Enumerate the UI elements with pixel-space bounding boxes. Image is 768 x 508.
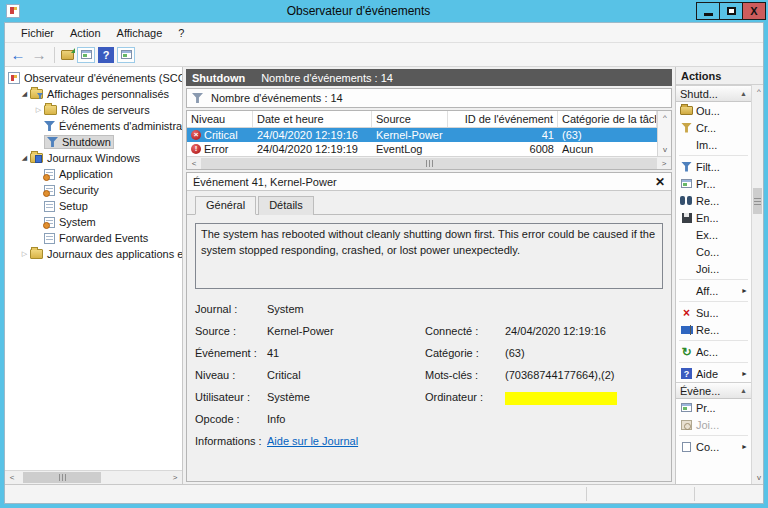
- action-view-submenu[interactable]: Aff... ►: [676, 282, 751, 299]
- open-saved-log-button[interactable]: [61, 50, 74, 60]
- scroll-down-icon[interactable]: v: [658, 143, 672, 156]
- collapse-icon[interactable]: ▲: [740, 387, 747, 394]
- tree-item-application[interactable]: Application: [5, 166, 182, 182]
- custom-views-folder-icon: [30, 89, 43, 99]
- table-header-row: Niveau Date et heure Source ID de l'évén…: [187, 111, 657, 128]
- action-create-custom-view[interactable]: Cr...: [676, 119, 751, 136]
- keywords-value: (70368744177664),(2): [505, 369, 663, 381]
- minimize-button[interactable]: [696, 2, 720, 20]
- event-message[interactable]: The system has rebooted without cleanly …: [195, 223, 663, 289]
- window-title: Observateur d'événements: [20, 4, 697, 18]
- menu-action[interactable]: Action: [62, 25, 109, 41]
- column-header-category[interactable]: Catégorie de la tâche: [558, 111, 657, 127]
- action-import-custom-view[interactable]: Im...: [676, 136, 751, 153]
- scroll-left-icon[interactable]: <: [5, 471, 19, 484]
- console-tree-panel: Observateur d'événements (SCC ◢ Affichag…: [5, 67, 183, 484]
- action-event-properties[interactable]: Pr...: [676, 399, 751, 416]
- column-header-event-id[interactable]: ID de l'événement: [448, 111, 558, 127]
- column-header-date[interactable]: Date et heure: [253, 111, 372, 127]
- tree-item-setup[interactable]: Setup: [5, 198, 182, 214]
- scroll-down-icon[interactable]: v: [752, 471, 763, 484]
- help-button[interactable]: ?: [98, 47, 114, 63]
- properties-icon: [681, 403, 692, 412]
- tree-item-custom-views[interactable]: ◢ Affichages personnalisés: [5, 86, 182, 102]
- grip-icon: [754, 198, 761, 205]
- forward-button[interactable]: →: [30, 46, 48, 63]
- action-refresh[interactable]: ↻ Ac...: [676, 343, 751, 360]
- log-help-link[interactable]: Aide sur le Journal: [267, 435, 358, 447]
- tab-general[interactable]: Général: [195, 196, 256, 215]
- console-tree-icon: [81, 50, 92, 59]
- expander-icon[interactable]: ▷: [33, 106, 44, 114]
- expander-icon[interactable]: ◢: [19, 90, 30, 98]
- tree-item-forwarded-events[interactable]: Forwarded Events: [5, 230, 182, 246]
- tree-item-admin-events[interactable]: Événements d'administrat: [5, 118, 182, 134]
- action-event-copy-submenu[interactable]: Co... ►: [676, 438, 751, 455]
- actions-section-event[interactable]: Évène... ▲: [676, 382, 751, 399]
- action-copy[interactable]: Co...: [676, 243, 751, 260]
- action-properties[interactable]: Pr...: [676, 175, 751, 192]
- action-open-saved-log[interactable]: Ou...: [676, 102, 751, 119]
- tree-root-event-viewer[interactable]: Observateur d'événements (SCC: [5, 70, 182, 86]
- show-action-pane-button[interactable]: [117, 47, 135, 63]
- rename-icon: [681, 326, 693, 334]
- table-row-critical[interactable]: × Critical 24/04/2020 12:19:16 Kernel-Po…: [187, 128, 657, 142]
- tree-item-security[interactable]: Security: [5, 182, 182, 198]
- action-find[interactable]: Re...: [676, 192, 751, 209]
- scrollbar-thumb[interactable]: [753, 188, 762, 214]
- info-label: Informations :: [195, 435, 267, 447]
- menu-affichage[interactable]: Affichage: [109, 25, 171, 41]
- menu-help[interactable]: ?: [170, 25, 192, 41]
- show-console-tree-button[interactable]: [77, 47, 95, 63]
- scrollbar-thumb[interactable]: [201, 158, 657, 169]
- column-header-level[interactable]: Niveau: [187, 111, 253, 127]
- action-attach-task[interactable]: Joi...: [676, 260, 751, 277]
- back-button[interactable]: ←: [9, 46, 27, 63]
- computer-name-redacted: [505, 392, 617, 405]
- close-icon[interactable]: ✕: [655, 175, 665, 189]
- action-rename[interactable]: Re...: [676, 321, 751, 338]
- event-id-label: Événement :: [195, 347, 267, 359]
- status-separator: [694, 487, 695, 501]
- tree-horizontal-scrollbar[interactable]: < >: [5, 470, 182, 484]
- expander-icon[interactable]: ▷: [19, 250, 30, 258]
- action-save-events[interactable]: En...: [676, 209, 751, 226]
- scrollbar-thumb[interactable]: [23, 472, 101, 483]
- grip-icon: [426, 160, 433, 167]
- collapse-icon[interactable]: ▲: [740, 90, 747, 97]
- view-title-bar: Shutdown Nombre d'événements : 14: [186, 69, 672, 86]
- tree-item-apps-services-logs[interactable]: ▷ Journaux des applications et: [5, 246, 182, 262]
- user-value: Système: [267, 391, 425, 403]
- scroll-right-icon[interactable]: >: [168, 471, 182, 484]
- save-icon: [682, 213, 692, 223]
- actions-section-shutdown[interactable]: Shutd... ▲: [676, 85, 751, 102]
- actions-vertical-scrollbar[interactable]: ^ v: [752, 85, 763, 484]
- actions-panel: Actions Shutd... ▲ Ou... Cr.: [675, 67, 763, 484]
- action-export[interactable]: Ex...: [676, 226, 751, 243]
- scroll-up-icon[interactable]: ^: [658, 111, 672, 124]
- table-vertical-scrollbar[interactable]: ^ v: [657, 111, 671, 156]
- scroll-left-icon[interactable]: <: [187, 157, 201, 170]
- close-button[interactable]: X: [742, 2, 766, 20]
- help-icon: ?: [681, 368, 692, 379]
- scroll-right-icon[interactable]: >: [657, 157, 671, 170]
- create-custom-view-icon: [681, 123, 692, 133]
- menu-fichier[interactable]: Fichier: [13, 25, 62, 41]
- tree-item-windows-logs[interactable]: ◢ Journaux Windows: [5, 150, 182, 166]
- table-horizontal-scrollbar[interactable]: < >: [187, 156, 671, 169]
- table-row-error[interactable]: ! Error 24/04/2020 12:19:19 EventLog 600…: [187, 142, 657, 156]
- tree-item-shutdown[interactable]: Shutdown: [5, 134, 182, 150]
- tree-item-server-roles[interactable]: ▷ Rôles de serveurs: [5, 102, 182, 118]
- tree-item-system[interactable]: System: [5, 214, 182, 230]
- tab-details[interactable]: Détails: [258, 196, 314, 215]
- title-bar: Observateur d'événements X: [0, 0, 768, 22]
- action-event-attach-task[interactable]: Joi...: [676, 416, 751, 433]
- action-filter-current-view[interactable]: Filt...: [676, 158, 751, 175]
- maximize-button[interactable]: [719, 2, 743, 20]
- column-header-source[interactable]: Source: [372, 111, 448, 127]
- scroll-up-icon[interactable]: ^: [752, 85, 763, 98]
- details-title: Événement 41, Kernel-Power: [193, 176, 655, 188]
- action-help-submenu[interactable]: ? Aide ►: [676, 365, 751, 382]
- expander-icon[interactable]: ◢: [19, 154, 30, 162]
- action-delete[interactable]: × Su...: [676, 304, 751, 321]
